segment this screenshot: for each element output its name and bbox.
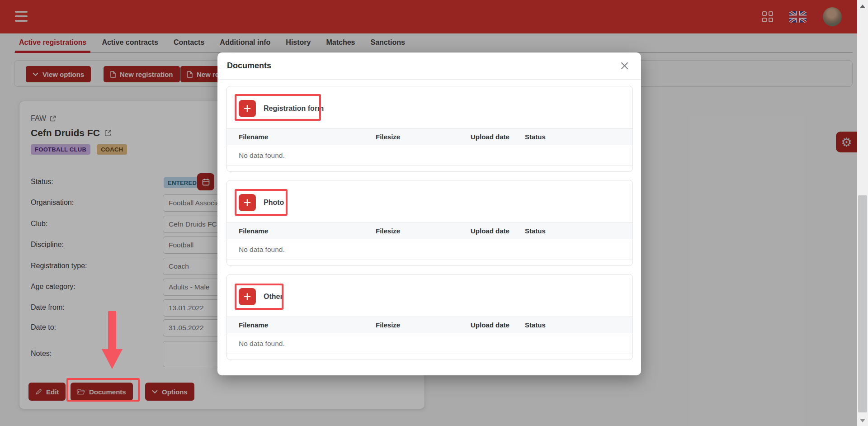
- section-label: Registration form: [264, 104, 324, 113]
- add-registration-form-button[interactable]: +: [239, 100, 256, 117]
- col-upload-date: Upload date: [471, 321, 525, 329]
- close-icon: [621, 62, 628, 70]
- add-other-button[interactable]: +: [239, 288, 256, 305]
- col-filename: Filename: [239, 133, 376, 141]
- plus-icon: +: [244, 102, 251, 115]
- col-filesize: Filesize: [376, 133, 471, 141]
- empty-row: No data found.: [227, 239, 632, 260]
- empty-row: No data found.: [227, 145, 632, 166]
- section-label: Photo: [264, 199, 284, 207]
- section-photo: + Photo Filename Filesize Upload date St…: [226, 180, 633, 266]
- scroll-up-arrow-icon[interactable]: [860, 5, 865, 8]
- table-header-row: Filename Filesize Upload date Status: [227, 317, 632, 333]
- col-upload-date: Upload date: [471, 133, 525, 141]
- col-status: Status: [525, 133, 546, 141]
- modal-header: Documents: [217, 52, 641, 80]
- col-upload-date: Upload date: [471, 227, 525, 235]
- scrollbar-thumb[interactable]: [858, 195, 867, 412]
- plus-icon: +: [244, 290, 251, 303]
- close-button[interactable]: [619, 60, 630, 71]
- add-photo-button[interactable]: +: [239, 194, 256, 211]
- plus-icon: +: [244, 196, 251, 209]
- photo-add-row: + Photo: [239, 194, 284, 211]
- section-registration-form: + Registration form Filename Filesize Up…: [226, 86, 633, 172]
- annotation-arrow-head: [102, 349, 123, 369]
- col-status: Status: [525, 321, 546, 329]
- vertical-scrollbar[interactable]: [857, 0, 868, 426]
- other-add-row: + Other: [239, 288, 283, 305]
- col-filename: Filename: [239, 227, 376, 235]
- registration-form-add-row: + Registration form: [239, 100, 324, 117]
- table-header-row: Filename Filesize Upload date Status: [227, 222, 632, 239]
- annotation-arrow: [108, 311, 116, 350]
- col-filename: Filename: [239, 321, 376, 329]
- col-status: Status: [525, 227, 546, 235]
- section-other: + Other Filename Filesize Upload date St…: [226, 274, 633, 360]
- scroll-down-arrow-icon[interactable]: [860, 419, 865, 422]
- col-filesize: Filesize: [376, 227, 471, 235]
- empty-row: No data found.: [227, 333, 632, 354]
- section-label: Other: [264, 293, 283, 301]
- modal-body: + Registration form Filename Filesize Up…: [217, 80, 641, 360]
- table-header-row: Filename Filesize Upload date Status: [227, 128, 632, 145]
- col-filesize: Filesize: [376, 321, 471, 329]
- documents-modal: Documents + Registration form Filename F…: [217, 52, 641, 375]
- modal-title: Documents: [227, 61, 271, 71]
